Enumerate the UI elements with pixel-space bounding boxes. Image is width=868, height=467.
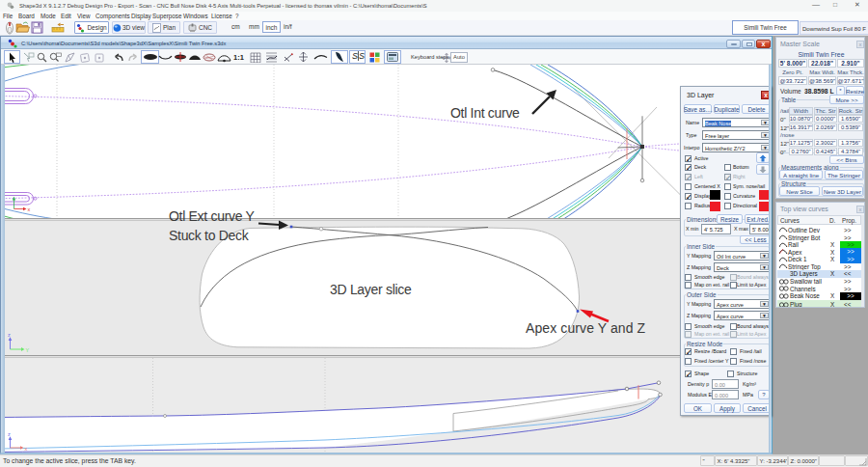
svg-text:Y: Y	[26, 347, 30, 353]
svg-text:x: x	[28, 206, 31, 212]
svg-text:x: x	[25, 446, 28, 452]
svg-text:z: z	[8, 332, 11, 338]
svg-text:z: z	[8, 431, 11, 437]
